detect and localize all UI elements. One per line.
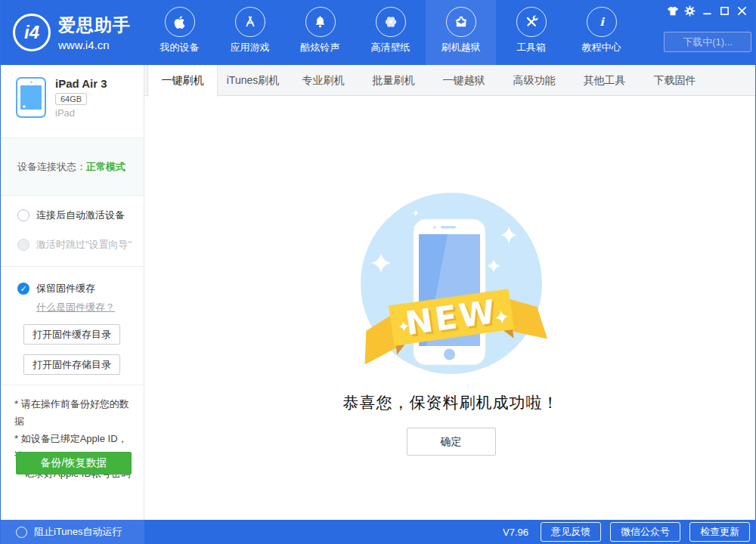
option-auto-activate[interactable]: 连接后自动激活设备: [17, 209, 144, 222]
app-title: 爱思助手: [58, 14, 131, 37]
svg-text:i: i: [600, 15, 605, 28]
downloading-button[interactable]: 下载中(1)...: [664, 32, 751, 52]
appstore-icon: [235, 7, 265, 37]
flash-tabbar: 一键刷机 iTunes刷机 专业刷机 批量刷机 一键越狱 高级功能 其他工具 下…: [144, 65, 756, 96]
backup-restore-button[interactable]: 备份/恢复数据: [16, 452, 132, 474]
radio-unchecked[interactable]: [16, 527, 27, 538]
app-url: www.i4.cn: [58, 39, 131, 51]
app-window: i4 爱思助手 www.i4.cn 我的设备 应用游戏: [0, 0, 756, 544]
status-value: 正常模式: [86, 160, 125, 174]
note-line: * 请在操作前备份好您的数据: [14, 395, 135, 430]
tools-icon: [516, 7, 547, 37]
tab-itunes-flash[interactable]: iTunes刷机: [218, 65, 288, 96]
nav-apps-games[interactable]: 应用游戏: [215, 0, 285, 65]
i4-logo-icon: i4: [13, 14, 51, 51]
tab-one-key-jailbreak[interactable]: 一键越狱: [429, 65, 499, 96]
theme-shirt-icon[interactable]: [664, 4, 681, 17]
nav-label: 高清壁纸: [371, 41, 411, 54]
tab-other-tools[interactable]: 其他工具: [569, 65, 640, 96]
sidebar: iPad Air 3 64GB iPad 设备连接状态： 正常模式 连接后自动激…: [1, 65, 144, 520]
main-nav: 我的设备 应用游戏 酷炫铃声: [144, 0, 637, 65]
status-label: 设备连接状态：: [17, 160, 86, 174]
window-controls: [664, 4, 751, 17]
nav-label: 工具箱: [516, 41, 546, 54]
tab-download-firmware[interactable]: 下载固件: [640, 65, 710, 96]
device-capacity-badge: 64GB: [55, 93, 87, 105]
version-label: V7.96: [503, 527, 528, 538]
info-icon: i: [587, 7, 617, 37]
tab-advanced-functions[interactable]: 高级功能: [499, 65, 569, 96]
settings-gear-icon[interactable]: [681, 4, 699, 17]
nav-wallpapers[interactable]: 高清壁纸: [355, 0, 426, 65]
confirm-button[interactable]: 确定: [407, 428, 496, 456]
apple-icon: [165, 7, 195, 37]
tab-batch-flash[interactable]: 批量刷机: [358, 65, 429, 96]
device-type: iPad: [55, 107, 107, 119]
tab-pro-flash[interactable]: 专业刷机: [288, 65, 358, 96]
open-firmware-storage-dir-button[interactable]: 打开固件存储目录: [23, 354, 120, 375]
bell-icon: [305, 7, 336, 37]
radio-disabled: [17, 239, 29, 251]
nav-label: 教程中心: [582, 41, 621, 54]
minimize-icon[interactable]: [699, 4, 716, 17]
header: i4 爱思助手 www.i4.cn 我的设备 应用游戏: [1, 0, 756, 65]
nav-toolbox[interactable]: 工具箱: [496, 0, 566, 65]
option-skip-setup-wizard: 激活时跳过"设置向导": [17, 238, 144, 252]
open-firmware-cache-dir-button[interactable]: 打开固件缓存目录: [23, 324, 120, 345]
checkbox-checked-icon[interactable]: ✓: [17, 283, 29, 295]
feedback-button[interactable]: 意见反馈: [541, 522, 601, 542]
close-icon[interactable]: [733, 4, 751, 17]
nav-label: 刷机越狱: [442, 41, 481, 54]
nav-ringtones[interactable]: 酷炫铃声: [285, 0, 355, 65]
tab-one-key-flash[interactable]: 一键刷机: [147, 65, 218, 97]
block-itunes-checkbox[interactable]: 阻止iTunes自动运行: [1, 520, 144, 544]
nav-my-devices[interactable]: 我的设备: [144, 0, 215, 65]
connection-status: 设备连接状态： 正常模式: [1, 138, 144, 196]
nav-label: 我的设备: [160, 41, 200, 54]
radio-unchecked[interactable]: [17, 209, 29, 221]
nav-label: 酷炫铃声: [301, 41, 340, 54]
wechat-official-button[interactable]: 微信公众号: [610, 522, 680, 542]
nav-label: 应用游戏: [231, 41, 270, 54]
nav-flash-jailbreak[interactable]: 刷机越狱: [426, 0, 496, 65]
main-content: NEW NEW 恭喜您，保资料刷机成功啦！ 确定: [145, 97, 756, 520]
ipad-icon: [16, 77, 46, 118]
activation-options: 连接后自动激活设备 激活时跳过"设置向导": [1, 196, 144, 267]
check-update-button[interactable]: 检查更新: [689, 522, 750, 542]
keep-firmware-cache-checkbox[interactable]: ✓ 保留固件缓存: [17, 282, 144, 295]
maximize-icon[interactable]: [716, 4, 733, 17]
what-is-firmware-cache-link[interactable]: 什么是固件缓存？: [36, 301, 115, 314]
nav-tutorials[interactable]: i 教程中心: [566, 0, 637, 65]
app-logo: i4 爱思助手 www.i4.cn: [13, 14, 131, 51]
success-illustration: NEW NEW: [338, 191, 565, 392]
open-box-icon: [446, 7, 476, 37]
success-message: 恭喜您，保资料刷机成功啦！: [145, 392, 756, 413]
status-bar: 阻止iTunes自动运行 V7.96 意见反馈 微信公众号 检查更新: [1, 520, 756, 544]
firmware-cache-panel: ✓ 保留固件缓存 什么是固件缓存？ 打开固件缓存目录 打开固件存储目录: [1, 267, 144, 385]
device-name: iPad Air 3: [55, 77, 107, 90]
device-panel: iPad Air 3 64GB iPad: [1, 65, 144, 138]
flower-icon: [376, 7, 406, 37]
